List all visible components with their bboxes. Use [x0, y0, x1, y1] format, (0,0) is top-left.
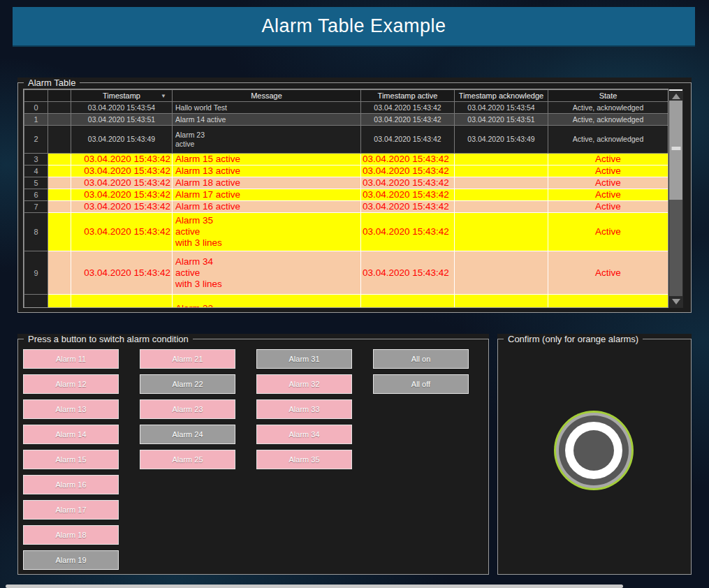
- cell-state: Active: [548, 189, 668, 201]
- cell-tsk: [455, 201, 548, 213]
- cell-msg: Alarm 33: [173, 295, 361, 309]
- cell-num: 8: [24, 213, 48, 251]
- cell-tsk: [455, 295, 548, 309]
- scrollbar-thumb[interactable]: [669, 101, 682, 200]
- table-row[interactable]: 403.04.2020 15:43:42Alarm 13 active03.04…: [24, 166, 668, 177]
- column-header[interactable]: Timestamp▼: [71, 90, 173, 102]
- table-row[interactable]: 903.04.2020 15:43:42Alarm 34 active with…: [24, 251, 668, 295]
- cell-tsk: [455, 213, 548, 251]
- cell-state: Active: [548, 166, 668, 177]
- cell-ind: [48, 251, 71, 295]
- alarm-35-button[interactable]: Alarm 35: [256, 450, 352, 469]
- alarm-25-button[interactable]: Alarm 25: [140, 450, 235, 469]
- alarm-16-button[interactable]: Alarm 16: [23, 475, 119, 494]
- alarm-23-button[interactable]: Alarm 23: [140, 399, 235, 419]
- alarm-33-button[interactable]: Alarm 33: [256, 399, 352, 419]
- table-row[interactable]: Alarm 33: [24, 295, 668, 309]
- cell-ts: 03.04.2020 15:43:42: [71, 177, 173, 189]
- cell-ind: [48, 154, 71, 166]
- column-header[interactable]: Message: [173, 90, 361, 102]
- column-header[interactable]: State: [548, 90, 668, 102]
- cell-msg: Alarm 34 active with 3 lines: [173, 251, 361, 295]
- alarm-15-button[interactable]: Alarm 15: [23, 450, 119, 469]
- cell-num: 0: [24, 102, 48, 114]
- column-header[interactable]: [48, 90, 71, 102]
- alarm-11-button[interactable]: Alarm 11: [23, 349, 119, 369]
- cell-tsa: 03.04.2020 15:43:42: [361, 154, 455, 166]
- alarm-table: Timestamp▼MessageTimestamp activeTimesta…: [23, 89, 668, 308]
- alarm-32-button[interactable]: Alarm 32: [256, 374, 352, 394]
- cell-ind: [48, 166, 71, 177]
- table-row[interactable]: 703.04.2020 15:43:42Alarm 16 active03.04…: [24, 201, 668, 213]
- table-row[interactable]: 203.04.2020 15:43:49Alarm 23 active03.04…: [24, 126, 668, 154]
- alarm-31-button[interactable]: Alarm 31: [256, 349, 352, 369]
- table-row[interactable]: 103.04.2020 15:43:51Alarm 14 active03.04…: [24, 114, 668, 126]
- cell-tsa: 03.04.2020 15:43:42: [361, 201, 455, 213]
- alarm-24-button[interactable]: Alarm 24: [140, 425, 235, 444]
- column-header-label: Timestamp active: [378, 91, 438, 100]
- bottom-window-edge: [6, 585, 623, 588]
- column-header[interactable]: Timestamp active: [361, 90, 455, 102]
- alarm-21-button[interactable]: Alarm 21: [140, 349, 235, 369]
- cell-tsa: [361, 295, 455, 309]
- cell-tsk: [455, 166, 548, 177]
- cell-tsk: 03.04.2020 15:43:49: [455, 126, 548, 154]
- cell-num: [24, 295, 48, 309]
- cell-msg: Alarm 13 active: [173, 166, 361, 177]
- column-header[interactable]: Timestamp acknowledge: [455, 90, 548, 102]
- table-header-row: Timestamp▼MessageTimestamp activeTimesta…: [24, 90, 668, 102]
- cell-ts: 03.04.2020 15:43:42: [71, 201, 173, 213]
- cell-tsa: 03.04.2020 15:43:42: [361, 102, 455, 114]
- alarm-18-button[interactable]: Alarm 18: [23, 525, 119, 545]
- cell-ind: [48, 189, 71, 201]
- cell-tsa: 03.04.2020 15:43:42: [361, 166, 455, 177]
- cell-tsa: 03.04.2020 15:43:42: [361, 251, 455, 295]
- column-header-label: Message: [251, 91, 282, 100]
- alarm-table-groupbox: Alarm Table Timestamp▼MessageTimestamp a…: [17, 78, 692, 313]
- all-on-button[interactable]: All on: [373, 349, 469, 369]
- cell-state: Active: [548, 154, 668, 166]
- arrow-up-icon: [672, 94, 680, 99]
- confirm-button-gray-ring: [556, 413, 631, 488]
- cell-num: 5: [24, 177, 48, 189]
- table-row[interactable]: 003.04.2020 15:43:54Hallo world Test03.0…: [24, 102, 668, 114]
- alarm-buttons-groupbox: Press a button to switch alarm condition…: [17, 334, 489, 575]
- cell-num: 1: [24, 114, 48, 126]
- buttons-group-title: Press a button to switch alarm condition: [24, 334, 193, 344]
- confirm-groupbox: Confirm (only for orange alarms): [497, 334, 692, 575]
- alarm-19-button[interactable]: Alarm 19: [23, 550, 119, 570]
- cell-tsa: 03.04.2020 15:43:42: [361, 126, 455, 154]
- table-scrollbar[interactable]: [668, 89, 683, 308]
- cell-tsk: 03.04.2020 15:43:54: [455, 102, 548, 114]
- scroll-down-button[interactable]: [669, 296, 682, 307]
- cell-msg: Alarm 17 active: [173, 189, 361, 201]
- button-column-1: Alarm 11Alarm 12Alarm 13Alarm 14Alarm 15…: [23, 349, 119, 570]
- cell-state: Active, acknowledged: [548, 114, 668, 126]
- cell-state: Active: [548, 177, 668, 189]
- table-row[interactable]: 803.04.2020 15:43:42Alarm 35 active with…: [24, 213, 668, 251]
- alarm-22-button[interactable]: Alarm 22: [140, 374, 235, 394]
- column-header[interactable]: [24, 90, 48, 102]
- all-off-button[interactable]: All off: [373, 374, 469, 394]
- cell-num: 6: [24, 189, 48, 201]
- cell-state: Active: [548, 201, 668, 213]
- sort-desc-icon: ▼: [161, 93, 166, 99]
- table-row[interactable]: 503.04.2020 15:43:42Alarm 18 active03.04…: [24, 177, 668, 189]
- alarm-34-button[interactable]: Alarm 34: [256, 425, 352, 444]
- confirm-button[interactable]: [554, 411, 634, 490]
- alarm-12-button[interactable]: Alarm 12: [23, 374, 119, 394]
- cell-num: 9: [24, 251, 48, 295]
- cell-ts: 03.04.2020 15:43:54: [71, 102, 173, 114]
- button-column-4: All onAll off: [373, 349, 469, 394]
- cell-num: 2: [24, 126, 48, 154]
- alarm-13-button[interactable]: Alarm 13: [23, 399, 119, 419]
- cell-state: Active: [548, 213, 668, 251]
- arrow-down-icon: [672, 299, 680, 304]
- alarm-14-button[interactable]: Alarm 14: [23, 425, 119, 444]
- table-row[interactable]: 303.04.2020 15:43:42Alarm 15 active03.04…: [24, 154, 668, 166]
- cell-msg: Alarm 23 active: [173, 126, 361, 154]
- cell-ind: [48, 201, 71, 213]
- alarm-17-button[interactable]: Alarm 17: [23, 500, 119, 520]
- cell-ind: [48, 102, 71, 114]
- table-row[interactable]: 603.04.2020 15:43:42Alarm 17 active03.04…: [24, 189, 668, 201]
